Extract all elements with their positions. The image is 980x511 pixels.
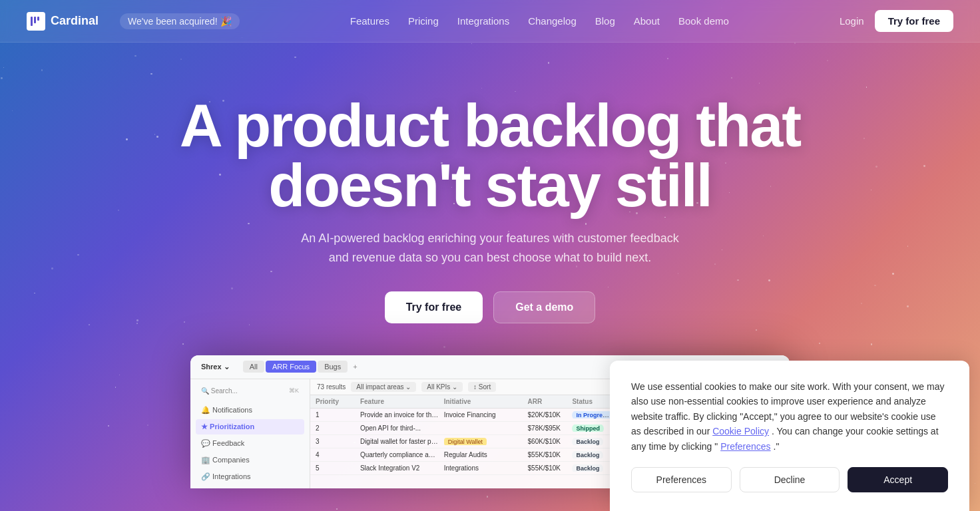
- cookie-text: We use essential cookies to make our sit…: [631, 379, 948, 454]
- hero-get-demo-button[interactable]: Get a demo: [493, 291, 595, 323]
- navbar: Cardinal We've been acquired! 🎉 Features…: [0, 0, 980, 43]
- sidebar-item-feedback[interactable]: 💬 Feedback: [196, 436, 304, 451]
- logo[interactable]: Cardinal: [27, 12, 99, 31]
- hero-try-free-button[interactable]: Try for free: [385, 291, 483, 323]
- hero-section: A product backlog that doesn't stay stil…: [0, 43, 980, 323]
- hero-title: A product backlog that doesn't stay stil…: [27, 96, 953, 216]
- nav-links: Features Pricing Integrations Changelog …: [350, 15, 729, 27]
- dashboard-tabs: All ARR Focus Bugs +: [243, 361, 362, 373]
- cookie-buttons: Preferences Decline Accept: [631, 467, 948, 492]
- nav-announcement: We've been acquired! 🎉: [120, 13, 240, 29]
- nav-try-free-button[interactable]: Try for free: [875, 10, 953, 32]
- sidebar-item-integrations[interactable]: 🔗 Integrations: [196, 469, 304, 484]
- dashboard-sidebar: 🔍 Search... ⌘K 🔔 Notifications ★ Priorit…: [190, 379, 310, 488]
- nav-link-about[interactable]: About: [634, 15, 660, 27]
- nav-actions: Login Try for free: [840, 10, 953, 32]
- logo-text: Cardinal: [51, 14, 99, 28]
- dash-tab-bugs[interactable]: Bugs: [318, 361, 348, 373]
- nav-link-blog[interactable]: Blog: [595, 15, 615, 27]
- cookie-accept-button[interactable]: Accept: [848, 467, 948, 492]
- logo-icon: [27, 12, 45, 31]
- cookie-preferences-button[interactable]: Preferences: [631, 467, 732, 492]
- hero-subtitle: An AI-powered backlog enriching your fea…: [290, 229, 690, 267]
- cookie-decline-button[interactable]: Decline: [740, 467, 840, 492]
- sidebar-item-invite[interactable]: 👥 Invite members: [196, 486, 304, 488]
- dash-tab-all[interactable]: All: [243, 361, 264, 373]
- nav-link-pricing[interactable]: Pricing: [408, 15, 439, 27]
- nav-link-features[interactable]: Features: [350, 15, 389, 27]
- svg-rect-0: [31, 17, 33, 26]
- cookie-preferences-inline-link[interactable]: Preferences: [720, 441, 770, 452]
- svg-rect-1: [34, 17, 36, 23]
- nav-link-book-demo[interactable]: Book demo: [678, 15, 729, 27]
- login-button[interactable]: Login: [840, 15, 864, 27]
- nav-link-integrations[interactable]: Integrations: [457, 15, 509, 27]
- cookie-banner: We use essential cookies to make our sit…: [610, 361, 969, 511]
- sidebar-item-companies[interactable]: 🏢 Companies: [196, 452, 304, 468]
- nav-link-changelog[interactable]: Changelog: [528, 15, 577, 27]
- cookie-policy-link[interactable]: Cookie Policy: [712, 426, 769, 436]
- hero-cta-buttons: Try for free Get a demo: [27, 291, 953, 323]
- sidebar-item-prioritization[interactable]: ★ Prioritization: [196, 419, 304, 434]
- svg-rect-2: [37, 17, 39, 21]
- dash-tab-arr-focus[interactable]: ARR Focus: [266, 361, 316, 373]
- sidebar-item-notifications[interactable]: 🔔 Notifications: [196, 403, 304, 418]
